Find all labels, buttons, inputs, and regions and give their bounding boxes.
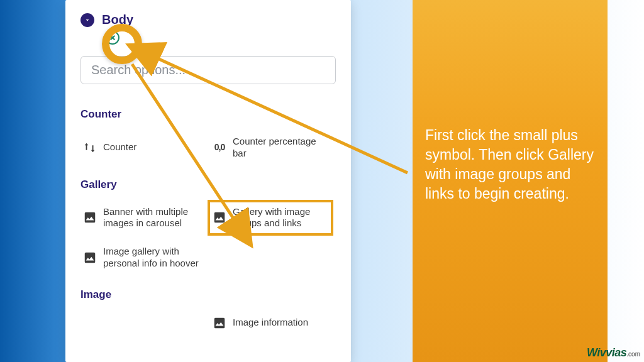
image-icon <box>83 251 97 265</box>
instruction-text: First click the small plus symbol. Then … <box>413 0 608 204</box>
image-icon <box>83 211 97 224</box>
options-scroll[interactable]: Counter Counter 0,0 Counter percentage b… <box>80 101 336 358</box>
group-image: Image information <box>80 312 331 334</box>
instruction-panel: First click the small plus symbol. Then … <box>413 0 608 362</box>
zero-icon: 0,0 <box>213 141 226 155</box>
group-label-counter: Counter <box>80 108 331 121</box>
panel-title: Body <box>102 13 133 27</box>
sort-icon <box>83 141 97 155</box>
option-label: Counter <box>103 141 136 153</box>
option-label: Banner with multiple images in carousel <box>103 206 199 230</box>
image-icon <box>213 316 226 330</box>
group-counter: Counter 0,0 Counter percentage bar <box>80 132 331 163</box>
brand-watermark: Wivvias.com <box>587 346 640 359</box>
options-panel: Body Counter Counter 0,0 Counter percent… <box>65 0 351 362</box>
image-icon <box>213 211 226 224</box>
option-image-gallery-hover[interactable]: Image gallery with personal info in hoov… <box>80 242 201 273</box>
group-gallery: Banner with multiple images in carousel … <box>80 202 331 273</box>
close-icon[interactable] <box>106 31 119 45</box>
group-label-gallery: Gallery <box>80 178 331 191</box>
option-banner-carousel[interactable]: Banner with multiple images in carousel <box>80 202 201 234</box>
option-label: Image information <box>233 317 308 329</box>
search-input[interactable] <box>80 56 336 84</box>
group-label-image: Image <box>80 288 331 301</box>
option-counter-percentage[interactable]: 0,0 Counter percentage bar <box>210 132 331 163</box>
option-gallery-image-groups[interactable]: Gallery with image groups and links <box>210 202 331 234</box>
chevron-down-icon[interactable] <box>80 13 94 27</box>
option-label: Counter percentage bar <box>233 136 328 160</box>
option-image-information[interactable]: Image information <box>210 312 331 334</box>
option-label: Image gallery with personal info in hoov… <box>103 246 199 270</box>
option-label: Gallery with image groups and links <box>233 206 328 230</box>
panel-header: Body <box>80 13 336 27</box>
option-counter[interactable]: Counter <box>80 132 201 163</box>
